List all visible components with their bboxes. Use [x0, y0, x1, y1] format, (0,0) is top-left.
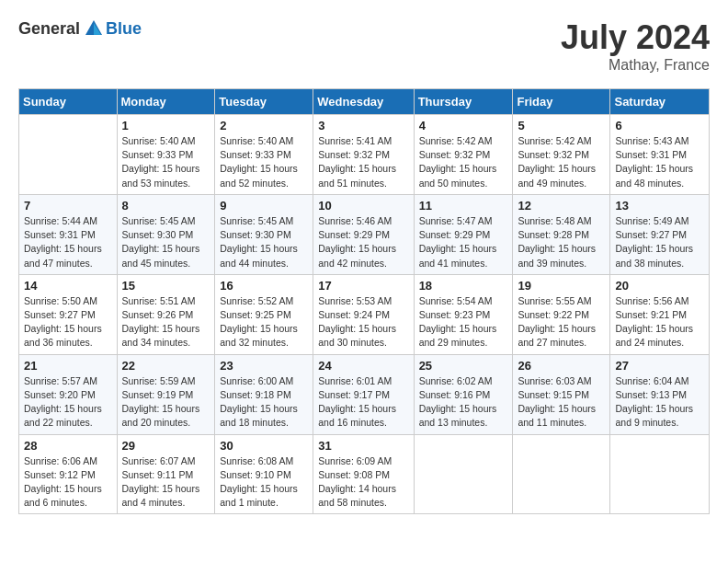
calendar-cell: 14Sunrise: 5:50 AM Sunset: 9:27 PM Dayli… — [19, 274, 118, 354]
day-info: Sunrise: 6:07 AM Sunset: 9:11 PM Dayligh… — [122, 454, 210, 511]
calendar-cell: 1Sunrise: 5:40 AM Sunset: 9:33 PM Daylig… — [117, 115, 215, 195]
day-info: Sunrise: 6:09 AM Sunset: 9:08 PM Dayligh… — [318, 454, 408, 511]
calendar-cell — [610, 434, 710, 514]
day-number: 6 — [615, 119, 704, 132]
calendar-cell: 28Sunrise: 6:06 AM Sunset: 9:12 PM Dayli… — [19, 434, 118, 514]
day-number: 10 — [318, 199, 408, 213]
calendar-cell: 25Sunrise: 6:02 AM Sunset: 9:16 PM Dayli… — [414, 354, 513, 434]
calendar-cell: 20Sunrise: 5:56 AM Sunset: 9:21 PM Dayli… — [610, 274, 710, 354]
day-number: 31 — [318, 439, 408, 453]
page-header: General Blue July 2024 Mathay, France — [18, 18, 710, 74]
day-info: Sunrise: 5:55 AM Sunset: 9:22 PM Dayligh… — [518, 294, 605, 350]
day-number: 22 — [122, 359, 210, 373]
day-info: Sunrise: 6:02 AM Sunset: 9:16 PM Dayligh… — [419, 374, 508, 431]
calendar-cell: 9Sunrise: 5:45 AM Sunset: 9:30 PM Daylig… — [215, 194, 313, 274]
calendar-cell: 3Sunrise: 5:41 AM Sunset: 9:32 PM Daylig… — [313, 115, 414, 195]
logo: General Blue — [18, 18, 142, 39]
logo-general-text: General — [18, 19, 80, 39]
calendar-cell: 12Sunrise: 5:48 AM Sunset: 9:28 PM Dayli… — [513, 194, 610, 274]
day-info: Sunrise: 5:41 AM Sunset: 9:32 PM Dayligh… — [318, 134, 408, 190]
day-info: Sunrise: 6:06 AM Sunset: 9:12 PM Dayligh… — [24, 454, 112, 511]
calendar-header-friday: Friday — [513, 89, 610, 115]
day-info: Sunrise: 5:44 AM Sunset: 9:31 PM Dayligh… — [24, 214, 112, 270]
day-number: 7 — [24, 199, 112, 213]
calendar-cell: 10Sunrise: 5:46 AM Sunset: 9:29 PM Dayli… — [313, 194, 414, 274]
location: Mathay, France — [561, 57, 710, 74]
calendar-cell: 22Sunrise: 5:59 AM Sunset: 9:19 PM Dayli… — [117, 354, 215, 434]
day-number: 20 — [615, 279, 704, 293]
calendar-cell: 30Sunrise: 6:08 AM Sunset: 9:10 PM Dayli… — [215, 434, 313, 514]
calendar-header-monday: Monday — [117, 89, 215, 115]
day-info: Sunrise: 6:04 AM Sunset: 9:13 PM Dayligh… — [615, 374, 704, 431]
day-number: 28 — [24, 439, 112, 453]
calendar-cell: 19Sunrise: 5:55 AM Sunset: 9:22 PM Dayli… — [513, 274, 610, 354]
day-info: Sunrise: 5:40 AM Sunset: 9:33 PM Dayligh… — [220, 134, 308, 190]
calendar-cell: 6Sunrise: 5:43 AM Sunset: 9:31 PM Daylig… — [610, 115, 710, 195]
day-number: 18 — [419, 279, 508, 293]
calendar-cell: 17Sunrise: 5:53 AM Sunset: 9:24 PM Dayli… — [313, 274, 414, 354]
month-title: July 2024 — [561, 18, 710, 57]
day-info: Sunrise: 5:51 AM Sunset: 9:26 PM Dayligh… — [122, 294, 210, 350]
calendar-week-row: 14Sunrise: 5:50 AM Sunset: 9:27 PM Dayli… — [19, 274, 710, 354]
calendar-header-thursday: Thursday — [414, 89, 513, 115]
day-info: Sunrise: 5:45 AM Sunset: 9:30 PM Dayligh… — [220, 214, 308, 270]
day-number: 25 — [419, 359, 508, 373]
calendar-cell: 4Sunrise: 5:42 AM Sunset: 9:32 PM Daylig… — [414, 115, 513, 195]
calendar-cell: 27Sunrise: 6:04 AM Sunset: 9:13 PM Dayli… — [610, 354, 710, 434]
day-info: Sunrise: 6:03 AM Sunset: 9:15 PM Dayligh… — [518, 374, 605, 431]
calendar-week-row: 28Sunrise: 6:06 AM Sunset: 9:12 PM Dayli… — [19, 434, 710, 514]
day-info: Sunrise: 5:40 AM Sunset: 9:33 PM Dayligh… — [122, 134, 210, 190]
day-number: 29 — [122, 439, 210, 453]
day-info: Sunrise: 5:46 AM Sunset: 9:29 PM Dayligh… — [318, 214, 408, 270]
title-block: July 2024 Mathay, France — [561, 18, 710, 74]
day-number: 16 — [220, 279, 308, 293]
calendar-week-row: 7Sunrise: 5:44 AM Sunset: 9:31 PM Daylig… — [19, 194, 710, 274]
day-info: Sunrise: 5:42 AM Sunset: 9:32 PM Dayligh… — [518, 134, 605, 190]
day-number: 12 — [518, 199, 605, 213]
calendar-week-row: 1Sunrise: 5:40 AM Sunset: 9:33 PM Daylig… — [19, 115, 710, 195]
day-number: 21 — [24, 359, 112, 373]
calendar-table: SundayMondayTuesdayWednesdayThursdayFrid… — [18, 88, 710, 514]
calendar-cell: 16Sunrise: 5:52 AM Sunset: 9:25 PM Dayli… — [215, 274, 313, 354]
calendar-cell: 2Sunrise: 5:40 AM Sunset: 9:33 PM Daylig… — [215, 115, 313, 195]
day-info: Sunrise: 6:01 AM Sunset: 9:17 PM Dayligh… — [318, 374, 408, 431]
calendar-cell: 23Sunrise: 6:00 AM Sunset: 9:18 PM Dayli… — [215, 354, 313, 434]
day-number: 5 — [518, 119, 605, 132]
calendar-cell: 7Sunrise: 5:44 AM Sunset: 9:31 PM Daylig… — [19, 194, 118, 274]
day-number: 9 — [220, 199, 308, 213]
day-number: 1 — [122, 119, 210, 132]
calendar-cell — [19, 115, 118, 195]
calendar-cell: 8Sunrise: 5:45 AM Sunset: 9:30 PM Daylig… — [117, 194, 215, 274]
day-info: Sunrise: 5:49 AM Sunset: 9:27 PM Dayligh… — [615, 214, 704, 270]
day-info: Sunrise: 5:53 AM Sunset: 9:24 PM Dayligh… — [318, 294, 408, 350]
calendar-cell: 21Sunrise: 5:57 AM Sunset: 9:20 PM Dayli… — [19, 354, 118, 434]
calendar-week-row: 21Sunrise: 5:57 AM Sunset: 9:20 PM Dayli… — [19, 354, 710, 434]
calendar-cell: 11Sunrise: 5:47 AM Sunset: 9:29 PM Dayli… — [414, 194, 513, 274]
day-number: 24 — [318, 359, 408, 373]
calendar-cell — [414, 434, 513, 514]
day-info: Sunrise: 5:45 AM Sunset: 9:30 PM Dayligh… — [122, 214, 210, 270]
day-number: 11 — [419, 199, 508, 213]
day-number: 19 — [518, 279, 605, 293]
day-info: Sunrise: 5:56 AM Sunset: 9:21 PM Dayligh… — [615, 294, 704, 350]
day-number: 17 — [318, 279, 408, 293]
day-info: Sunrise: 5:54 AM Sunset: 9:23 PM Dayligh… — [419, 294, 508, 350]
calendar-cell: 24Sunrise: 6:01 AM Sunset: 9:17 PM Dayli… — [313, 354, 414, 434]
calendar-header-wednesday: Wednesday — [313, 89, 414, 115]
calendar-cell: 26Sunrise: 6:03 AM Sunset: 9:15 PM Dayli… — [513, 354, 610, 434]
logo-blue-text: Blue — [106, 19, 142, 39]
day-number: 8 — [122, 199, 210, 213]
day-number: 2 — [220, 119, 308, 132]
day-number: 13 — [615, 199, 704, 213]
day-number: 23 — [220, 359, 308, 373]
day-number: 26 — [518, 359, 605, 373]
day-info: Sunrise: 5:50 AM Sunset: 9:27 PM Dayligh… — [24, 294, 112, 350]
day-number: 14 — [24, 279, 112, 293]
day-number: 27 — [615, 359, 704, 373]
day-info: Sunrise: 6:00 AM Sunset: 9:18 PM Dayligh… — [220, 374, 308, 431]
calendar-header-row: SundayMondayTuesdayWednesdayThursdayFrid… — [19, 89, 710, 115]
calendar-cell: 13Sunrise: 5:49 AM Sunset: 9:27 PM Dayli… — [610, 194, 710, 274]
calendar-header-saturday: Saturday — [610, 89, 710, 115]
day-number: 30 — [220, 439, 308, 453]
day-info: Sunrise: 6:08 AM Sunset: 9:10 PM Dayligh… — [220, 454, 308, 511]
